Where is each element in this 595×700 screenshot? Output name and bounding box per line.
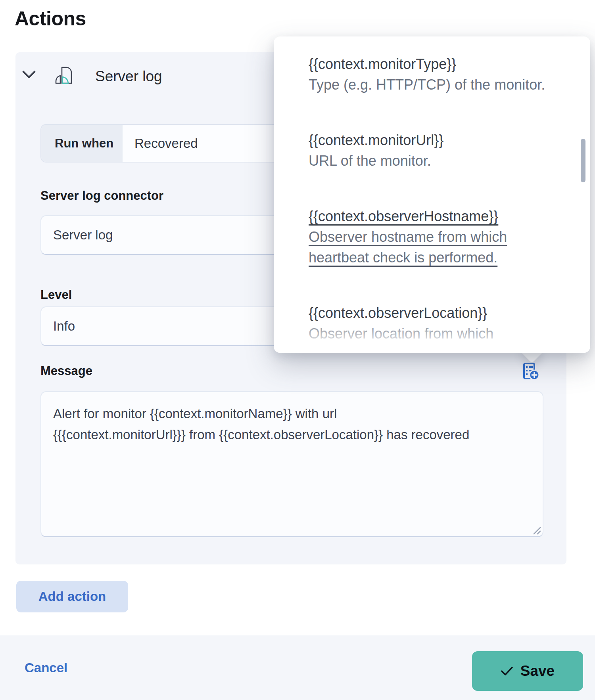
add-variable-button[interactable] [521,363,540,382]
page-title: Actions [15,7,86,30]
footer-bar: Cancel Save [0,635,595,700]
variable-item-monitor-url[interactable]: {{context.monitorUrl}} URL of the monito… [309,130,547,171]
save-label: Save [520,663,555,679]
connector-label: Server log connector [40,189,163,203]
variable-item-observer-hostname[interactable]: {{context.observerHostname}} Observer ho… [309,206,547,268]
variable-item-observer-location[interactable]: {{context.observerLocation}} Observer lo… [309,303,547,344]
variable-name: {{context.monitorUrl}} [309,130,547,151]
add-variable-icon [522,362,540,382]
message-input[interactable]: Alert for monitor {{context.monitorName}… [40,391,543,537]
variable-item-monitor-type[interactable]: {{context.monitorType}} Type (e.g. HTTP/… [309,54,547,95]
action-title: Server log [95,68,162,85]
variable-name: {{context.monitorType}} [309,54,547,75]
add-action-label: Add action [38,589,106,604]
add-action-button[interactable]: Add action [16,581,128,612]
cancel-label: Cancel [25,660,67,675]
variable-description: Type (e.g. HTTP/TCP) of the monitor. [309,75,547,95]
popover-scrollbar[interactable] [581,139,585,182]
variable-description: Observer location from which [309,323,547,344]
textarea-resize-handle[interactable] [531,525,541,535]
server-log-connector-icon [54,66,73,85]
popover-panel: {{context.monitorType}} Type (e.g. HTTP/… [274,36,590,353]
cancel-button[interactable]: Cancel [25,635,67,700]
variable-description: URL of the monitor. [309,151,547,171]
message-label: Message [40,364,92,378]
variables-popover: {{context.monitorType}} Type (e.g. HTTP/… [274,36,590,353]
variable-name: {{context.observerHostname}} [309,206,547,227]
actions-page: Actions Server log Run when Recovered Se… [0,0,595,700]
check-icon [501,666,513,676]
variable-description: Observer hostname from which heartbeat c… [309,227,547,268]
level-label: Level [40,288,72,302]
chevron-down-icon [22,70,36,80]
run-when-label: Run when [41,125,123,162]
variable-name: {{context.observerLocation}} [309,303,547,323]
collapse-action-button[interactable] [19,67,38,84]
save-button[interactable]: Save [472,651,583,691]
